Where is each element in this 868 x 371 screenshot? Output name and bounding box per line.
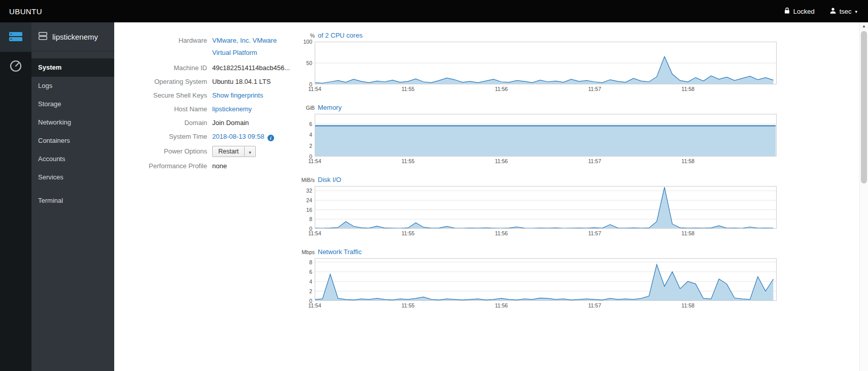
system-time-label: System Time — [114, 132, 207, 141]
disk-io-x-axis: 11:5411:5511:5611:5711:58 — [315, 229, 777, 237]
sidebar-item-system[interactable]: System — [31, 58, 114, 77]
disk-io-chart-title[interactable]: Disk I/O — [318, 176, 341, 183]
x-tick-label: 11:57 — [588, 158, 602, 164]
gauge-icon — [9, 59, 22, 74]
server-icon — [39, 32, 47, 42]
disk-io-y-axis: 08162432 — [299, 186, 315, 229]
sidebar-item-containers[interactable]: Containers — [31, 132, 114, 150]
x-tick-label: 11:57 — [588, 302, 602, 308]
x-tick-label: 11:58 — [682, 230, 695, 236]
cpu-y-axis: 050100 — [299, 42, 315, 84]
hostname-link[interactable]: lipstickenemy — [212, 105, 252, 113]
hostname-row: Host Name lipstickenemy — [114, 105, 299, 114]
hardware-link[interactable]: VMware, Inc. VMware Virtual Platform — [212, 35, 277, 59]
disk-io-unit-label: MiB/s — [299, 177, 315, 183]
x-tick-label: 11:55 — [402, 86, 415, 92]
host-switcher-strip — [0, 22, 31, 371]
disk-io-plot[interactable] — [315, 186, 777, 229]
dashboard-nav-item[interactable] — [0, 52, 31, 81]
show-fingerprints-link[interactable]: Show fingerprints — [212, 91, 263, 99]
sidebar-item-logs[interactable]: Logs — [31, 77, 114, 95]
y-tick-label: 16 — [306, 207, 312, 213]
lock-status-label: Locked — [793, 8, 815, 15]
y-tick-label: 50 — [306, 60, 312, 66]
y-tick-label: 8 — [309, 259, 312, 265]
memory-chart-title[interactable]: Memory — [318, 104, 342, 111]
memory-x-axis: 11:5411:5511:5611:5711:58 — [315, 157, 777, 165]
y-tick-label: 6 — [309, 269, 312, 275]
ssh-keys-label: Secure Shell Keys — [114, 91, 207, 100]
memory-plot[interactable] — [315, 114, 777, 157]
x-tick-label: 11:54 — [308, 86, 321, 92]
x-tick-label: 11:57 — [588, 86, 602, 92]
join-domain-link[interactable]: Join Domain — [212, 118, 249, 128]
scroll-up-arrow[interactable]: ▲ — [860, 22, 868, 29]
lock-icon — [784, 7, 790, 15]
performance-profile-value[interactable]: none — [212, 162, 227, 171]
hardware-line2: Virtual Platform — [212, 47, 277, 59]
network-chart-title[interactable]: Network Traffic — [318, 248, 361, 256]
ssh-keys-row: Secure Shell Keys Show fingerprints — [114, 91, 299, 100]
brand: UBUNTU — [9, 7, 42, 16]
domain-row: Domain Join Domain — [114, 118, 299, 128]
y-tick-label: 100 — [303, 39, 312, 45]
hardware-label: Hardware — [114, 35, 207, 47]
machine-id-row: Machine ID 49c1822514114bacb456... — [114, 64, 299, 73]
y-tick-label: 4 — [309, 132, 312, 138]
vertical-scrollbar[interactable]: ▲ — [859, 22, 868, 371]
y-tick-label: 24 — [306, 197, 312, 203]
info-icon[interactable]: i — [268, 135, 274, 141]
cpu-plot[interactable] — [315, 42, 777, 84]
network-unit-label: Mbps — [299, 249, 315, 255]
user-menu[interactable]: tsec ▾ — [822, 0, 865, 22]
x-tick-label: 11:56 — [495, 302, 508, 308]
y-tick-label: 8 — [309, 216, 312, 222]
restart-dropdown-button[interactable]: ▾ — [245, 146, 256, 157]
x-tick-label: 11:56 — [495, 86, 508, 92]
sidebar-item-accounts[interactable]: Accounts — [31, 150, 114, 168]
chevron-down-icon: ▾ — [249, 150, 251, 155]
sidebar-item-services[interactable]: Services — [31, 168, 114, 187]
y-tick-label: 6 — [309, 121, 312, 127]
restart-button[interactable]: Restart — [212, 146, 245, 157]
cpu-chart-title[interactable]: of 2 CPU cores — [318, 32, 362, 39]
user-name: tsec — [840, 8, 852, 15]
x-tick-label: 11:56 — [495, 230, 508, 236]
network-x-axis: 11:5411:5511:5611:5711:58 — [315, 301, 777, 310]
machine-id-value: 49c1822514114bacb456... — [212, 64, 290, 73]
y-tick-label: 2 — [309, 143, 312, 149]
domain-label: Domain — [114, 118, 207, 128]
cpu-x-axis: 11:5411:5511:5611:5711:58 — [315, 84, 777, 93]
x-tick-label: 11:55 — [402, 158, 415, 164]
network-plot[interactable] — [315, 258, 777, 301]
y-tick-label: 2 — [309, 288, 312, 294]
sidebar: lipstickenemy SystemLogsStorageNetworkin… — [31, 22, 114, 371]
network-y-axis: 02468 — [299, 258, 315, 301]
sidebar-item-storage[interactable]: Storage — [31, 95, 114, 113]
x-tick-label: 11:58 — [682, 302, 695, 308]
host-name: lipstickenemy — [52, 33, 98, 41]
sidebar-item-networking[interactable]: Networking — [31, 113, 114, 132]
memory-unit-label: GiB — [299, 105, 315, 111]
hardware-line1: VMware, Inc. VMware — [212, 35, 277, 47]
scrollbar-thumb[interactable] — [861, 31, 867, 183]
sidebar-nav: SystemLogsStorageNetworkingContainersAcc… — [31, 51, 114, 210]
machines-nav-item[interactable] — [0, 22, 31, 52]
system-time-link[interactable]: 2018-08-13 09:58 — [212, 133, 264, 140]
topbar: UBUNTU Locked tsec ▾ — [0, 0, 868, 22]
cpu-unit-label: % — [299, 33, 315, 39]
host-header[interactable]: lipstickenemy — [31, 22, 114, 51]
os-row: Operating System Ubuntu 18.04.1 LTS — [114, 77, 299, 86]
x-tick-label: 11:57 — [588, 230, 602, 236]
x-tick-label: 11:58 — [682, 158, 695, 164]
hostname-label: Host Name — [114, 105, 207, 114]
sidebar-item-terminal[interactable]: Terminal — [31, 192, 114, 210]
power-options-label: Power Options — [114, 147, 207, 156]
lock-status-button[interactable]: Locked — [777, 0, 822, 22]
system-time-row: System Time 2018-08-13 09:58i — [114, 132, 299, 141]
x-tick-label: 11:58 — [682, 86, 695, 92]
system-info: Hardware VMware, Inc. VMware Virtual Pla… — [114, 22, 299, 371]
x-tick-label: 11:55 — [402, 302, 415, 308]
main-content: Hardware VMware, Inc. VMware Virtual Pla… — [114, 22, 859, 371]
power-options-row: Power Options Restart▾ — [114, 146, 299, 157]
